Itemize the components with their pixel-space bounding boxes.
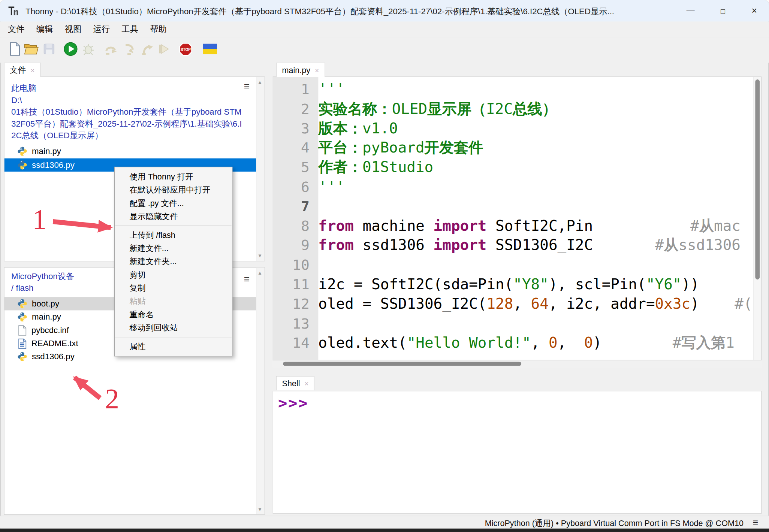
menu-文件[interactable]: 文件 — [2, 22, 30, 37]
line-number: 1 — [273, 80, 318, 99]
files-scrollbar[interactable]: ▲ ▼ — [256, 77, 264, 261]
device-scrollbar[interactable]: ▲ ▼ — [256, 268, 264, 514]
line-number: 3 — [273, 119, 318, 138]
code-line-6[interactable]: 6''' — [273, 177, 762, 196]
code-token: 作者： — [318, 158, 362, 176]
debug-button — [81, 42, 96, 58]
context-menu-item-配置 .py 文件...[interactable]: 配置 .py 文件... — [115, 197, 232, 210]
code-token: I2C — [486, 100, 513, 117]
code-token: from — [318, 236, 354, 254]
code-token: 实验名称： — [318, 100, 392, 117]
new-file-icon — [8, 42, 21, 58]
context-menu-item-移动到回收站[interactable]: 移动到回收站 — [115, 321, 232, 334]
menu-编辑[interactable]: 编辑 — [30, 22, 59, 37]
file-name: boot.py — [32, 299, 59, 309]
context-menu-item-剪切[interactable]: 剪切 — [115, 268, 232, 281]
tree-item-computer[interactable]: 此电脑 — [11, 83, 36, 94]
scrollbar-thumb[interactable] — [283, 362, 521, 366]
context-menu-item-上传到 /flash[interactable]: 上传到 /flash — [115, 229, 232, 242]
menu-工具[interactable]: 工具 — [116, 22, 144, 37]
code-editor[interactable]: 1'''2实验名称：OLED显示屏（I2C总线）3版本：v1.04平台：pyBo… — [273, 76, 762, 360]
step-out-button — [140, 42, 156, 58]
menu-bar: 文件编辑视图运行工具帮助 — [0, 22, 769, 37]
code-line-8[interactable]: 8from machine import SoftI2C,Pin #从mac — [273, 216, 762, 236]
code-line-12[interactable]: 12oled = SSD1306_I2C(128, 64, i2c, addr=… — [273, 294, 762, 314]
title-bar[interactable]: Thonny - D:\01科技（01Studio）MicroPython开发套… — [0, 0, 769, 22]
context-menu-item-新建文件...[interactable]: 新建文件... — [115, 242, 232, 255]
context-menu-item-使用 Thonny 打开[interactable]: 使用 Thonny 打开 — [115, 170, 232, 183]
code-line-11[interactable]: 11i2c = SoftI2C(sda=Pin("Y8"), scl=Pin("… — [273, 275, 762, 294]
context-menu-item-重命名[interactable]: 重命名 — [115, 308, 232, 321]
code-token: # — [655, 236, 664, 254]
line-number: 9 — [273, 236, 318, 256]
line-number: 4 — [273, 139, 318, 158]
annotation-step-1: 1 — [32, 203, 46, 236]
stop-button[interactable]: STOP — [178, 42, 193, 58]
save-icon — [43, 43, 55, 57]
close-button[interactable]: × — [744, 3, 765, 19]
code-token: i2c = SoftI2C(sda=Pin( — [318, 275, 513, 293]
code-line-1[interactable]: 1''' — [273, 79, 762, 99]
editor-horizontal-scrollbar[interactable] — [273, 360, 762, 367]
interpreter-status[interactable]: MicroPython (通用) • Pyboard Virtual Comm … — [485, 518, 744, 529]
scroll-down-icon[interactable]: ▼ — [257, 507, 262, 512]
line-number: 11 — [273, 275, 318, 294]
editor-vertical-scrollbar[interactable] — [753, 77, 761, 360]
tree-item-drive[interactable]: D:\ — [11, 95, 22, 106]
run-button[interactable] — [63, 42, 79, 58]
file-row-main.py[interactable]: main.py — [4, 145, 256, 158]
code-line-10[interactable]: 10 — [273, 255, 762, 275]
close-icon[interactable]: × — [304, 380, 308, 387]
minimize-button[interactable]: — — [680, 3, 702, 19]
code-line-3[interactable]: 3版本：v1.0 — [273, 118, 762, 138]
code-line-13[interactable]: 13 — [273, 314, 762, 333]
context-menu-item-在默认外部应用中打开[interactable]: 在默认外部应用中打开 — [115, 183, 232, 196]
panel-menu-icon[interactable]: ≡ — [244, 273, 250, 285]
maximize-button[interactable]: □ — [712, 3, 734, 19]
taskbar-edge — [0, 529, 769, 532]
code-line-9[interactable]: 9from ssd1306 import SSD1306_I2C #从ssd13… — [273, 236, 762, 255]
device-panel-title[interactable]: MicroPython设备 — [11, 270, 74, 282]
ukraine-flag-button[interactable] — [202, 42, 218, 58]
code-line-4[interactable]: 4平台：pyBoard开发套件 — [273, 138, 762, 157]
python-file-icon — [17, 299, 27, 309]
device-panel-path[interactable]: / flash — [11, 282, 33, 294]
context-menu-item-属性[interactable]: 属性 — [115, 340, 232, 353]
tree-item-folder[interactable]: 01科技（01Studio）MicroPython开发套件（基于pyboard … — [11, 106, 246, 142]
close-icon[interactable]: × — [30, 66, 34, 74]
menu-运行[interactable]: 运行 — [87, 22, 116, 37]
file-name: main.py — [32, 312, 61, 322]
context-menu-item-复制[interactable]: 复制 — [115, 281, 232, 294]
scrollbar-thumb[interactable] — [755, 79, 760, 279]
scroll-up-icon[interactable]: ▲ — [257, 79, 262, 85]
code-token: "Y8" — [513, 275, 549, 293]
code-token: v1.0 — [362, 120, 398, 137]
code-line-7[interactable]: 7 — [273, 196, 762, 216]
file-name: pybcdc.inf — [31, 325, 69, 335]
status-menu-icon[interactable]: ≡ — [753, 517, 759, 528]
context-menu-item-显示隐藏文件[interactable]: 显示隐藏文件 — [115, 210, 232, 223]
close-icon[interactable]: × — [315, 66, 319, 74]
code-token: ssd1306 — [678, 236, 740, 254]
menu-视图[interactable]: 视图 — [59, 22, 87, 37]
scroll-up-icon[interactable]: ▲ — [257, 270, 262, 275]
tab-files[interactable]: 文件 × — [4, 63, 40, 77]
menu-帮助[interactable]: 帮助 — [144, 22, 173, 37]
code-token: 01Studio — [362, 158, 433, 176]
shell-panel[interactable]: >>> — [273, 391, 762, 514]
thonny-app-icon — [7, 4, 19, 17]
tab-main-py[interactable]: main.py × — [276, 63, 325, 77]
panel-menu-icon[interactable]: ≡ — [244, 81, 250, 92]
code-line-5[interactable]: 5作者：01Studio — [273, 157, 762, 177]
tab-shell[interactable]: Shell × — [276, 376, 315, 390]
line-number: 14 — [273, 333, 318, 353]
open-folder-button[interactable] — [24, 42, 39, 58]
new-file-button[interactable] — [7, 42, 22, 58]
scroll-down-icon[interactable]: ▼ — [257, 253, 262, 258]
context-menu-item-新建文件夹...[interactable]: 新建文件夹... — [115, 255, 232, 268]
python-file-icon — [17, 146, 27, 156]
code-line-14[interactable]: 14oled.text("Hello World!", 0, 0) #写入第1 — [273, 333, 762, 353]
code-token: # — [673, 334, 682, 351]
code-line-2[interactable]: 2实验名称：OLED显示屏（I2C总线） — [273, 99, 762, 118]
code-token: from — [318, 217, 354, 234]
